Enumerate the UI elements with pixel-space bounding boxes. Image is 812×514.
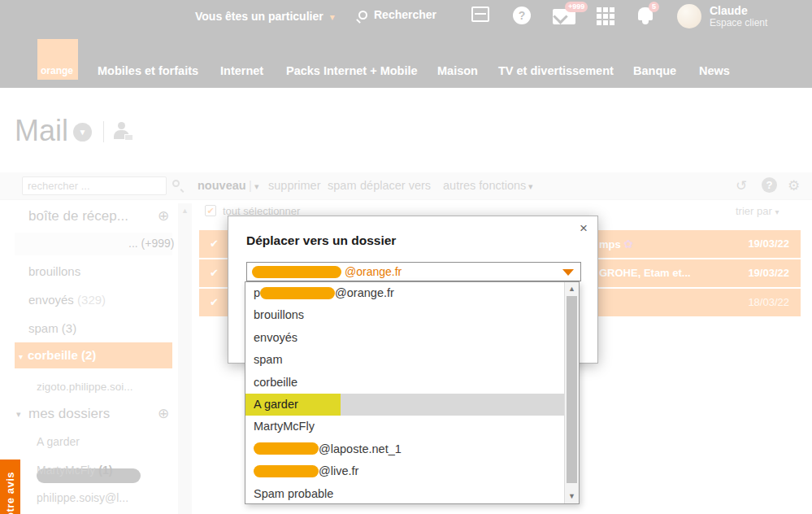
dropdown-option-drafts[interactable]: brouillons [245,304,565,326]
dropdown-option-marty[interactable]: MartyMcFly [245,416,565,438]
orange-webmail-page: Vous êtes un particulier▾ Rechercher ? +… [0,0,812,514]
redaction-blob [252,266,341,278]
dropdown-option-orange-account[interactable]: p@orange.fr [245,282,565,304]
dropdown-option-trash[interactable]: corbeille [245,372,565,394]
folder-select[interactable]: @orange.fr [246,262,581,281]
redaction-blob [260,287,335,299]
feedback-tab[interactable]: votre avis [0,460,20,514]
redaction-blob [254,442,319,455]
modal-title: Déplacer vers un dossier [246,233,396,248]
select-arrow-icon [562,269,574,276]
dropdown-option-spam[interactable]: spam [245,349,565,371]
scrollbar-thumb[interactable] [567,296,577,483]
feedback-label: votre avis [4,472,16,514]
close-icon[interactable]: × [580,220,588,237]
selected-folder-value: @orange.fr [345,265,402,278]
dropdown-scrollbar[interactable]: ▲ ▼ [564,282,579,503]
dropdown-option-live[interactable]: @live.fr [245,460,565,482]
dropdown-option-sent[interactable]: envoyés [245,327,565,349]
redaction-blob [254,465,319,477]
scroll-down-icon[interactable]: ▼ [565,492,579,500]
dropdown-option-keep-highlighted[interactable]: A garder [245,394,565,416]
folder-dropdown-list: p@orange.fr brouillons envoyés spam corb… [245,281,580,504]
dropdown-option-laposte[interactable]: @laposte.net_1 [245,438,565,460]
dropdown-option-spam-probable[interactable]: Spam probable [245,483,565,505]
scroll-up-icon[interactable]: ▲ [565,285,579,293]
